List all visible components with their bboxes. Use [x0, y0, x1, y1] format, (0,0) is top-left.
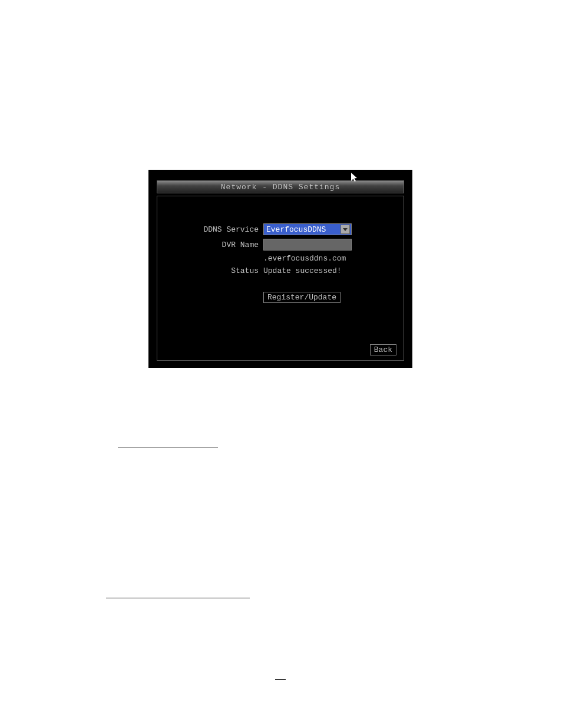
register-row: Register/Update — [169, 292, 404, 303]
window-title: Network - DDNS Settings — [221, 183, 340, 192]
ddns-settings-screenshot: Network - DDNS Settings DDNS Service Eve… — [148, 170, 412, 368]
settings-panel: DDNS Service EverfocusDDNS DVR Name .eve… — [157, 196, 404, 361]
window-titlebar: Network - DDNS Settings — [157, 180, 404, 193]
dvr-name-input[interactable] — [263, 239, 352, 251]
dash-decoration — [275, 679, 286, 680]
ddns-service-label: DDNS Service — [169, 225, 263, 234]
ddns-service-select[interactable]: EverfocusDDNS — [263, 223, 352, 235]
underline-decoration — [106, 598, 250, 598]
domain-suffix: .everfocusddns.com — [263, 254, 346, 263]
back-button[interactable]: Back — [370, 344, 396, 355]
chevron-down-icon — [340, 225, 350, 234]
ddns-service-row: DDNS Service EverfocusDDNS — [169, 223, 404, 235]
status-row: Status Update successed! — [169, 266, 404, 275]
register-update-button[interactable]: Register/Update — [263, 292, 340, 303]
domain-suffix-row: .everfocusddns.com — [169, 254, 404, 263]
dvr-name-row: DVR Name — [169, 239, 404, 251]
status-value: Update successed! — [263, 266, 342, 275]
ddns-service-value: EverfocusDDNS — [266, 225, 326, 234]
status-label: Status — [169, 266, 263, 275]
underline-decoration — [118, 447, 218, 447]
dvr-name-label: DVR Name — [169, 241, 263, 249]
